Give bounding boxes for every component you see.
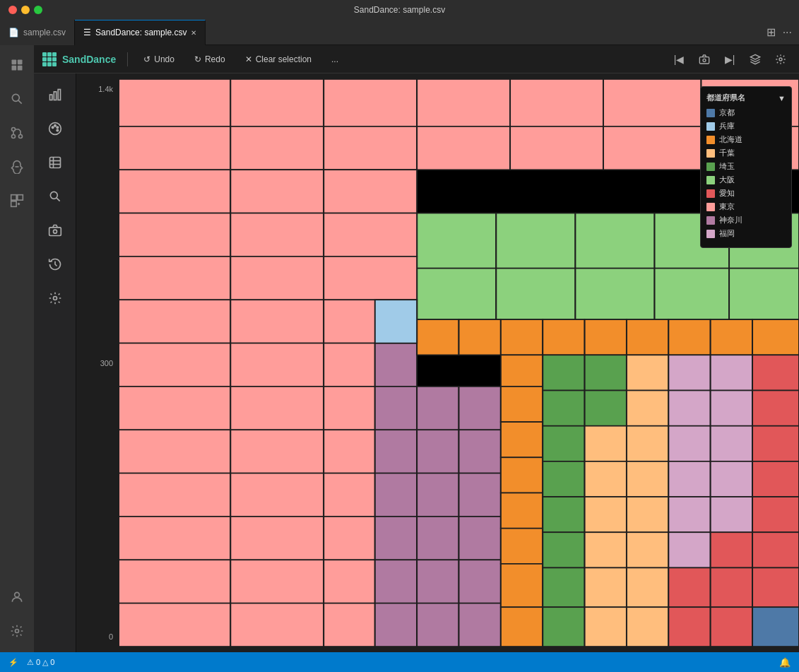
sd-palette-icon[interactable] <box>40 113 71 144</box>
legend-item[interactable]: 北海道 <box>706 134 786 145</box>
status-errors[interactable]: ⚠ 0 △ 0 <box>27 658 54 667</box>
clear-selection-button[interactable]: ✕ Clear selection <box>241 52 316 66</box>
next-button[interactable]: ▶| <box>720 49 740 69</box>
legend-label: 千葉 <box>719 148 735 158</box>
activity-debug[interactable] <box>3 153 31 181</box>
svg-point-8 <box>12 135 16 138</box>
sd-gear-icon[interactable] <box>40 283 71 314</box>
svg-rect-20 <box>54 92 56 100</box>
svg-point-18 <box>779 58 782 61</box>
svg-rect-153 <box>627 567 668 607</box>
svg-rect-77 <box>230 300 324 343</box>
content-area: SandDance ↺ Undo ↻ Redo ✕ Clear selectio… <box>34 45 799 652</box>
tab-close-icon[interactable]: ✕ <box>191 29 196 37</box>
activity-git[interactable] <box>3 119 31 147</box>
legend-items: 京都兵庫北海道千葉埼玉大阪愛知東京神奈川福岡 <box>706 107 786 239</box>
svg-rect-127 <box>501 493 543 529</box>
legend-filter-icon[interactable]: ▼ <box>778 94 786 102</box>
activity-explorer[interactable] <box>3 51 31 79</box>
svg-rect-103 <box>459 387 501 430</box>
notification-icon[interactable]: 🔔 <box>779 657 791 668</box>
svg-rect-152 <box>627 532 668 567</box>
svg-rect-141 <box>585 426 627 461</box>
legend-item[interactable]: 千葉 <box>706 148 786 158</box>
legend-item[interactable]: 神奈川 <box>706 215 786 225</box>
svg-rect-175 <box>752 497 799 532</box>
svg-rect-132 <box>543 391 584 426</box>
legend-item[interactable]: 大阪 <box>706 175 786 185</box>
legend-item[interactable]: 京都 <box>706 107 786 118</box>
treemap[interactable]: 都道府県名 ▼ 京都兵庫北海道千葉埼玉大阪愛知東京神奈川福岡 <box>119 79 799 647</box>
svg-rect-92 <box>324 517 375 560</box>
sd-camera-icon[interactable] <box>40 215 71 246</box>
activity-extensions[interactable] <box>3 187 31 215</box>
legend-item[interactable]: 埼玉 <box>706 161 786 172</box>
svg-rect-62 <box>119 603 230 647</box>
legend-item[interactable]: 東京 <box>706 201 786 212</box>
tab-bar: 📄 sample.csv ☰ SandDance: sample.csv ✕ ⊞… <box>0 20 799 45</box>
split-editor-icon[interactable]: ⊞ <box>767 25 776 39</box>
svg-rect-170 <box>711 607 752 647</box>
activity-search[interactable] <box>3 85 31 113</box>
prev-button[interactable]: |◀ <box>669 49 689 69</box>
redo-icon: ↻ <box>194 54 201 64</box>
undo-button[interactable]: ↺ Undo <box>139 52 179 66</box>
chart-area: 1.4k 300 0 <box>76 73 799 652</box>
status-bar: ⚡ ⚠ 0 △ 0 🔔 <box>0 652 799 672</box>
sanddance-logo: SandDance <box>42 52 116 66</box>
svg-point-25 <box>57 126 59 129</box>
redo-button[interactable]: ↻ Redo <box>190 52 230 66</box>
tab-sanddance[interactable]: ☰ SandDance: sample.csv ✕ <box>75 20 206 45</box>
svg-rect-116 <box>501 319 543 355</box>
svg-point-35 <box>53 297 57 300</box>
legend: 都道府県名 ▼ 京都兵庫北海道千葉埼玉大阪愛知東京神奈川福岡 <box>700 86 792 248</box>
svg-rect-134 <box>543 461 584 497</box>
legend-label: 埼玉 <box>719 161 735 172</box>
legend-swatch <box>706 122 715 131</box>
svg-rect-119 <box>627 319 668 355</box>
settings-button[interactable] <box>771 49 791 69</box>
svg-rect-171 <box>752 355 799 390</box>
tab-sample-csv[interactable]: 📄 sample.csv <box>0 20 75 45</box>
svg-rect-63 <box>417 213 496 269</box>
svg-rect-133 <box>543 426 584 461</box>
svg-rect-148 <box>627 391 668 426</box>
svg-rect-159 <box>668 497 710 532</box>
legend-item[interactable]: 愛知 <box>706 188 786 199</box>
close-button[interactable] <box>8 6 17 14</box>
sd-history-icon[interactable] <box>40 249 71 280</box>
sd-chart-icon[interactable] <box>40 79 71 110</box>
svg-rect-118 <box>585 319 627 355</box>
legend-label: 北海道 <box>719 134 742 145</box>
svg-rect-151 <box>627 497 668 532</box>
activity-settings[interactable] <box>3 617 31 645</box>
svg-rect-147 <box>627 355 668 390</box>
snapshot-button[interactable] <box>694 49 714 69</box>
svg-rect-161 <box>711 355 752 390</box>
legend-swatch <box>706 149 715 158</box>
sd-search-icon[interactable] <box>40 181 71 212</box>
y-axis: 1.4k 300 0 <box>76 79 119 647</box>
sd-table-icon[interactable] <box>40 147 71 178</box>
svg-rect-144 <box>585 532 627 567</box>
minimize-button[interactable] <box>21 6 30 14</box>
svg-rect-85 <box>324 213 417 257</box>
svg-rect-27 <box>49 158 60 168</box>
activity-account[interactable] <box>3 583 31 611</box>
svg-rect-113 <box>459 603 501 647</box>
svg-rect-177 <box>752 567 799 607</box>
treemap-visualization <box>119 79 799 647</box>
legend-item[interactable]: 福岡 <box>706 228 786 239</box>
svg-rect-165 <box>711 497 752 532</box>
svg-rect-56 <box>119 343 230 387</box>
svg-rect-124 <box>501 387 543 422</box>
legend-item[interactable]: 兵庫 <box>706 121 786 131</box>
3d-button[interactable] <box>745 49 765 69</box>
status-right: 🔔 <box>779 657 791 668</box>
svg-rect-50 <box>119 170 230 213</box>
maximize-button[interactable] <box>34 6 42 14</box>
svg-rect-69 <box>496 269 575 319</box>
more-actions-icon[interactable]: ··· <box>783 26 792 39</box>
tab-icon: ☰ <box>83 28 91 37</box>
more-button[interactable]: ... <box>327 52 343 66</box>
